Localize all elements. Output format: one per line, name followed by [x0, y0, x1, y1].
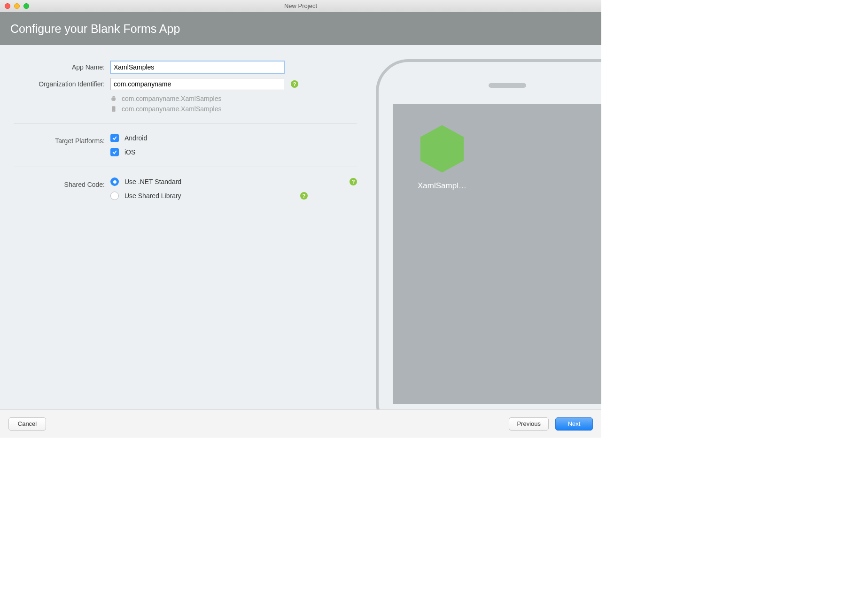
ios-bundle-hint: com.companyname.XamlSamples	[110, 105, 357, 113]
app-name-label: App Name:	[14, 63, 110, 71]
org-id-input[interactable]	[110, 78, 284, 90]
shared-library-radio[interactable]	[110, 192, 119, 200]
net-standard-label: Use .NET Standard	[124, 178, 181, 185]
zoom-window-button[interactable]	[23, 3, 29, 9]
phone-speaker-icon	[489, 83, 526, 88]
previous-button[interactable]: Previous	[509, 417, 549, 431]
svg-point-1	[113, 111, 114, 111]
android-bundle-hint: com.companyname.XamlSamples	[110, 95, 357, 102]
window-title: New Project	[0, 2, 601, 9]
svg-marker-2	[420, 125, 464, 172]
app-preview-label: XamlSampl…	[412, 181, 473, 191]
android-option[interactable]: Android	[110, 134, 147, 142]
net-standard-option[interactable]: Use .NET Standard ?	[110, 177, 357, 186]
ios-checkbox[interactable]	[110, 148, 119, 156]
help-icon[interactable]: ?	[291, 80, 298, 88]
shared-code-label: Shared Code:	[14, 181, 110, 188]
android-hint-text: com.companyname.XamlSamples	[122, 95, 221, 102]
content-area: App Name: Organization Identifier: ? com…	[0, 45, 601, 409]
app-preview: XamlSampl…	[412, 123, 473, 191]
page-title: Configure your Blank Forms App	[10, 22, 180, 36]
window-controls	[5, 3, 29, 9]
page-header: Configure your Blank Forms App	[0, 12, 601, 45]
net-standard-radio[interactable]	[110, 177, 119, 186]
footer: Cancel Previous Next	[0, 409, 601, 438]
close-window-button[interactable]	[5, 3, 10, 9]
divider	[14, 123, 357, 123]
android-option-label: Android	[124, 134, 147, 142]
phone-icon	[110, 106, 117, 112]
phone-screen: XamlSampl…	[393, 104, 601, 404]
phone-frame: XamlSampl…	[376, 59, 601, 409]
help-icon[interactable]: ?	[350, 178, 357, 185]
help-icon[interactable]: ?	[300, 192, 308, 200]
minimize-window-button[interactable]	[14, 3, 20, 9]
ios-option-label: iOS	[124, 148, 135, 156]
ios-hint-text: com.companyname.XamlSamples	[122, 105, 221, 113]
app-name-input[interactable]	[110, 61, 284, 73]
cancel-button[interactable]: Cancel	[8, 417, 46, 431]
preview-pane: XamlSampl…	[371, 45, 601, 409]
app-hexagon-icon	[416, 123, 468, 175]
target-platforms-row: Target Platforms: Android	[14, 134, 357, 148]
divider	[14, 167, 357, 167]
target-platforms-label: Target Platforms:	[14, 137, 110, 145]
next-button[interactable]: Next	[555, 417, 593, 431]
form-pane: App Name: Organization Identifier: ? com…	[0, 45, 371, 409]
android-icon	[110, 95, 117, 102]
app-name-row: App Name:	[14, 61, 357, 73]
org-id-label: Organization Identifier:	[14, 80, 110, 88]
org-id-row: Organization Identifier: ?	[14, 78, 357, 90]
shared-code-row: Shared Code: Use .NET Standard ?	[14, 177, 357, 192]
android-checkbox[interactable]	[110, 134, 119, 142]
titlebar: New Project	[0, 0, 601, 12]
shared-library-label: Use Shared Library	[124, 192, 181, 200]
shared-library-option[interactable]: Use Shared Library ?	[110, 192, 308, 200]
ios-option[interactable]: iOS	[110, 148, 357, 156]
